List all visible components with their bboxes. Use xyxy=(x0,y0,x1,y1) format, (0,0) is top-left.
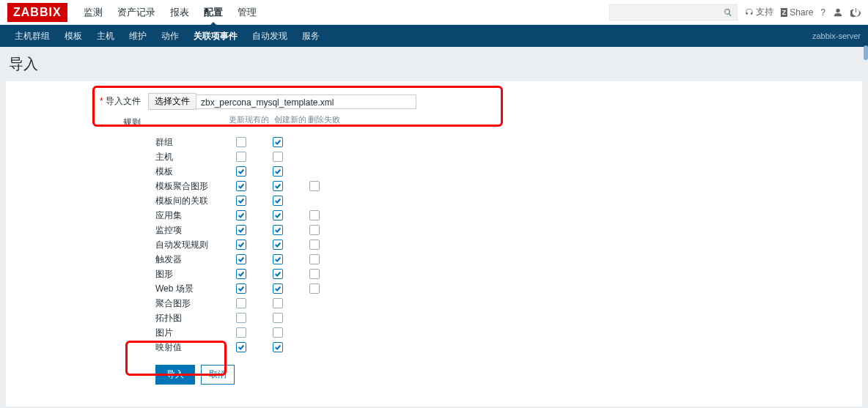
checkbox[interactable] xyxy=(273,327,283,338)
rule-row-9: 图形 xyxy=(155,267,845,281)
checkbox[interactable] xyxy=(236,225,246,235)
header-right: 支持 Z Share ? xyxy=(609,4,861,21)
topnav-item-2[interactable]: 报表 xyxy=(163,0,196,25)
checkbox[interactable] xyxy=(273,313,283,323)
rule-row-4: 模板间的关联 xyxy=(155,193,845,208)
search-input[interactable] xyxy=(609,4,738,21)
subnav-item-3[interactable]: 维护 xyxy=(122,25,154,47)
user-icon[interactable] xyxy=(833,7,843,18)
z-icon: Z xyxy=(781,8,788,17)
rules-label: 规则 xyxy=(23,114,148,130)
subnav-item-7[interactable]: 服务 xyxy=(295,25,327,47)
rule-row-12: 拓扑图 xyxy=(155,311,845,325)
rules-table: 群组主机模板模板聚合图形模板间的关联应用集监控项自动发现规则触发器图形Web 场… xyxy=(75,135,845,355)
rule-row-10: Web 场景 xyxy=(155,281,845,296)
checkbox[interactable] xyxy=(236,210,246,220)
logo: ZABBIX xyxy=(7,3,67,22)
action-buttons: 导入 取消 xyxy=(155,365,845,385)
checkbox[interactable] xyxy=(236,166,246,177)
checkbox[interactable] xyxy=(309,254,320,264)
rule-name: 拓扑图 xyxy=(155,312,236,324)
rule-row-2: 模板 xyxy=(155,164,845,179)
checkbox[interactable] xyxy=(236,196,246,206)
rule-name: 自动发现规则 xyxy=(155,239,236,251)
checkbox[interactable] xyxy=(273,166,283,177)
checkbox[interactable] xyxy=(273,196,283,206)
checkbox[interactable] xyxy=(236,254,246,264)
subnav-item-5[interactable]: 关联项事件 xyxy=(186,25,245,47)
rule-name: 模板聚合图形 xyxy=(155,180,236,193)
checkbox[interactable] xyxy=(273,210,283,220)
checkbox[interactable] xyxy=(309,210,320,220)
page-title: 导入 xyxy=(0,47,868,81)
choose-file-button[interactable]: 选择文件 xyxy=(148,93,196,110)
checkbox[interactable] xyxy=(309,181,320,191)
checkbox[interactable] xyxy=(273,254,283,264)
checkbox[interactable] xyxy=(236,283,246,294)
checkbox[interactable] xyxy=(273,152,283,162)
checkbox[interactable] xyxy=(309,283,320,294)
topnav-item-0[interactable]: 监测 xyxy=(76,0,110,25)
checkbox[interactable] xyxy=(236,327,246,338)
checkbox[interactable] xyxy=(273,342,283,352)
share-label: Share xyxy=(790,7,813,18)
col-update: 更新现有的 xyxy=(229,114,274,125)
checkbox[interactable] xyxy=(236,181,246,191)
topnav-item-3[interactable]: 配置 xyxy=(196,0,230,25)
import-file-row: 导入文件 选择文件 zbx_percona_mysql_template.xml xyxy=(23,93,845,110)
rule-name: 监控项 xyxy=(155,224,236,237)
subnav-item-2[interactable]: 主机 xyxy=(89,25,122,47)
topnav-item-1[interactable]: 资产记录 xyxy=(110,0,163,25)
rule-row-0: 群组 xyxy=(155,135,845,149)
topnav-item-4[interactable]: 管理 xyxy=(230,0,264,25)
checkbox[interactable] xyxy=(236,313,246,323)
rule-name: 聚合图形 xyxy=(155,297,236,310)
power-icon[interactable] xyxy=(850,7,861,18)
checkbox[interactable] xyxy=(236,240,246,250)
rule-name: 图片 xyxy=(155,327,236,339)
checkbox[interactable] xyxy=(273,240,283,250)
search-icon xyxy=(724,8,732,17)
rule-name: 触发器 xyxy=(155,253,236,266)
rule-name: 模板 xyxy=(155,166,236,178)
rule-name: 图形 xyxy=(155,268,236,281)
checkbox[interactable] xyxy=(236,269,246,279)
rule-row-5: 应用集 xyxy=(155,208,845,223)
support-link[interactable]: 支持 xyxy=(745,6,773,18)
subnav-item-0[interactable]: 主机群组 xyxy=(7,25,57,47)
file-name: zbx_percona_mysql_template.xml xyxy=(196,94,416,109)
headset-icon xyxy=(745,8,754,17)
checkbox[interactable] xyxy=(273,283,283,294)
checkbox[interactable] xyxy=(236,137,246,147)
subnav-item-1[interactable]: 模板 xyxy=(57,25,89,47)
checkbox[interactable] xyxy=(309,225,320,235)
scrollbar-thumb[interactable] xyxy=(864,45,868,60)
checkbox[interactable] xyxy=(273,298,283,308)
rule-name: 主机 xyxy=(155,151,236,163)
help-link[interactable]: ? xyxy=(820,7,825,18)
checkbox[interactable] xyxy=(273,269,283,279)
checkbox[interactable] xyxy=(273,225,283,235)
checkbox[interactable] xyxy=(236,298,246,308)
rule-row-14: 映射值 xyxy=(155,340,845,355)
file-input-wrap: 选择文件 zbx_percona_mysql_template.xml xyxy=(148,93,416,110)
import-button[interactable]: 导入 xyxy=(155,365,195,385)
subnav-item-6[interactable]: 自动发现 xyxy=(245,25,295,47)
rules-columns: 更新现有的 创建新的 删除失败 xyxy=(229,114,345,125)
checkbox[interactable] xyxy=(309,269,320,279)
sub-nav-items: 主机群组模板主机维护动作关联项事件自动发现服务 xyxy=(7,25,327,47)
checkbox[interactable] xyxy=(273,181,283,191)
checkbox[interactable] xyxy=(273,137,283,147)
rule-name: 群组 xyxy=(155,136,236,149)
rule-row-1: 主机 xyxy=(155,149,845,164)
checkbox[interactable] xyxy=(236,152,246,162)
checkbox[interactable] xyxy=(309,240,320,250)
rule-row-6: 监控项 xyxy=(155,223,845,237)
subnav-item-4[interactable]: 动作 xyxy=(154,25,186,47)
checkbox[interactable] xyxy=(236,342,246,352)
cancel-button[interactable]: 取消 xyxy=(201,365,235,385)
rule-name: 映射值 xyxy=(155,341,236,354)
rules-header-row: 规则 更新现有的 创建新的 删除失败 xyxy=(23,114,845,130)
share-link[interactable]: Z Share xyxy=(781,7,814,18)
top-nav: 监测资产记录报表配置管理 xyxy=(76,0,264,25)
